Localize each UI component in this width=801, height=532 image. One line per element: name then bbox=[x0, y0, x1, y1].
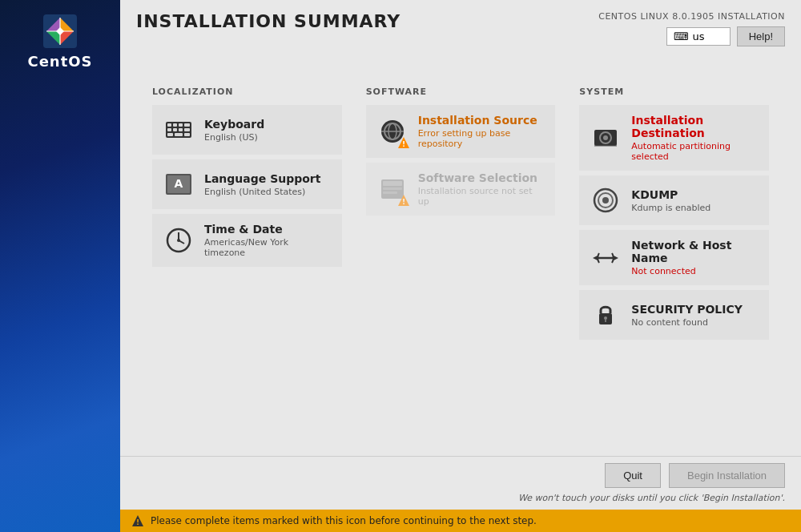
help-button[interactable]: Help! bbox=[737, 26, 785, 46]
network-text: Network & Host Name Not connected bbox=[631, 239, 759, 276]
kdump-name: KDUMP bbox=[631, 188, 759, 201]
svg-marker-47 bbox=[593, 256, 598, 260]
time-date-tile[interactable]: Time & Date Americas/New York timezone bbox=[152, 214, 342, 267]
security-policy-tile[interactable]: SECURITY POLICY No content found bbox=[579, 290, 769, 340]
svg-point-26 bbox=[177, 239, 180, 242]
warning-bar: ! Please complete items marked with this… bbox=[120, 510, 801, 532]
localization-column: LOCALIZATION bbox=[152, 71, 342, 345]
svg-point-41 bbox=[603, 135, 608, 140]
time-icon bbox=[164, 226, 193, 255]
svg-rect-13 bbox=[167, 128, 171, 131]
svg-rect-18 bbox=[175, 133, 183, 136]
svg-rect-36 bbox=[383, 191, 397, 194]
header: INSTALLATION SUMMARY CENTOS LINUX 8.0.19… bbox=[120, 0, 801, 54]
kdump-sub: Kdump is enabled bbox=[631, 203, 759, 213]
svg-rect-35 bbox=[383, 187, 402, 190]
content-area: LOCALIZATION bbox=[120, 54, 801, 456]
kdump-icon-container bbox=[590, 184, 622, 216]
kdump-text: KDUMP Kdump is enabled bbox=[631, 188, 759, 213]
lang-value: us bbox=[692, 30, 704, 42]
network-tile[interactable]: Network & Host Name Not connected bbox=[579, 230, 769, 285]
sidebar: CentOS bbox=[0, 0, 120, 532]
warning-bar-icon: ! bbox=[131, 514, 144, 527]
centos-version-label: CENTOS LINUX 8.0.1905 INSTALLATION bbox=[598, 11, 785, 22]
network-icon-container bbox=[590, 242, 622, 274]
svg-rect-10 bbox=[173, 123, 177, 127]
footer-buttons: Quit Begin Installation bbox=[136, 463, 785, 488]
keyboard-text: Keyboard English (US) bbox=[204, 118, 332, 143]
install-dest-tile[interactable]: Installation Destination Automatic parti… bbox=[579, 105, 769, 171]
security-sub: No content found bbox=[631, 317, 759, 328]
svg-text:A: A bbox=[175, 177, 183, 190]
svg-point-45 bbox=[602, 197, 609, 204]
main-content: INSTALLATION SUMMARY CENTOS LINUX 8.0.19… bbox=[120, 0, 801, 532]
system-label: SYSTEM bbox=[579, 87, 769, 97]
lang-help-row: ⌨ us Help! bbox=[666, 26, 785, 46]
language-icon: A bbox=[164, 170, 193, 199]
install-src-sub: Error setting up base repository bbox=[418, 128, 545, 149]
centos-logo-icon bbox=[43, 14, 77, 48]
svg-rect-19 bbox=[184, 133, 190, 136]
keyboard-icon: ⌨ bbox=[674, 30, 689, 42]
centos-logo-text: CentOS bbox=[27, 53, 92, 70]
categories-grid: LOCALIZATION bbox=[152, 71, 769, 345]
warning-bar-message: Please complete items marked with this i… bbox=[151, 515, 537, 526]
kdump-icon bbox=[591, 186, 620, 215]
language-selector[interactable]: ⌨ us bbox=[666, 27, 731, 46]
install-src-icon-container: ! bbox=[376, 115, 409, 147]
warning-badge-icon: ! bbox=[397, 136, 410, 149]
security-icon-container bbox=[590, 299, 622, 331]
svg-text:!: ! bbox=[402, 140, 405, 148]
security-name: SECURITY POLICY bbox=[631, 303, 759, 316]
svg-rect-12 bbox=[184, 123, 190, 127]
sw-sel-text: Software Selection Installation source n… bbox=[418, 171, 545, 207]
header-right: CENTOS LINUX 8.0.1905 INSTALLATION ⌨ us … bbox=[598, 11, 785, 46]
sw-sel-name: Software Selection bbox=[418, 171, 545, 184]
language-sub: English (United States) bbox=[204, 187, 332, 197]
svg-rect-14 bbox=[173, 128, 177, 131]
page-title: INSTALLATION SUMMARY bbox=[136, 11, 400, 31]
install-dest-icon bbox=[591, 123, 620, 152]
language-support-tile[interactable]: A Language Support English (United State… bbox=[152, 159, 342, 209]
sw-sel-warning-icon: ! bbox=[397, 194, 410, 207]
keyboard-sub: English (US) bbox=[204, 132, 332, 143]
svg-rect-15 bbox=[179, 128, 183, 131]
svg-rect-9 bbox=[167, 123, 171, 127]
footer-note: We won't touch your disks until you clic… bbox=[136, 493, 785, 503]
time-icon-container bbox=[163, 224, 195, 256]
time-name: Time & Date bbox=[204, 223, 332, 236]
svg-marker-46 bbox=[614, 256, 618, 260]
kdump-tile[interactable]: KDUMP Kdump is enabled bbox=[579, 175, 769, 225]
begin-installation-button[interactable]: Begin Installation bbox=[669, 463, 785, 488]
svg-rect-34 bbox=[383, 181, 402, 186]
svg-text:!: ! bbox=[402, 198, 405, 206]
keyboard-icon-container bbox=[163, 114, 195, 146]
security-text: SECURITY POLICY No content found bbox=[631, 303, 759, 328]
svg-rect-11 bbox=[179, 123, 183, 127]
install-dest-text: Installation Destination Automatic parti… bbox=[631, 114, 759, 162]
quit-button[interactable]: Quit bbox=[605, 463, 661, 488]
install-src-text: Installation Source Error setting up bas… bbox=[418, 114, 545, 149]
svg-rect-17 bbox=[167, 133, 173, 136]
network-name: Network & Host Name bbox=[631, 239, 759, 264]
system-column: SYSTEM Installation Destination Automa bbox=[579, 71, 769, 345]
footer: Quit Begin Installation We won't touch y… bbox=[120, 456, 801, 510]
logo-area: CentOS bbox=[27, 14, 92, 70]
security-icon bbox=[591, 300, 620, 329]
install-src-name: Installation Source bbox=[418, 114, 545, 127]
installation-source-tile[interactable]: ! Installation Source Error setting up b… bbox=[366, 105, 556, 158]
install-dest-icon-container bbox=[590, 122, 622, 154]
software-selection-tile[interactable]: ! Software Selection Installation source… bbox=[366, 163, 556, 216]
network-sub: Not connected bbox=[631, 266, 759, 276]
language-text: Language Support English (United States) bbox=[204, 172, 332, 197]
software-column: SOFTWARE ! bbox=[366, 71, 556, 345]
network-icon bbox=[591, 244, 620, 272]
language-icon-container: A bbox=[163, 168, 195, 200]
language-name: Language Support bbox=[204, 172, 332, 185]
keyboard-tile[interactable]: Keyboard English (US) bbox=[152, 105, 342, 155]
software-label: SOFTWARE bbox=[366, 87, 556, 97]
svg-rect-16 bbox=[184, 128, 190, 131]
keyboard-name: Keyboard bbox=[204, 118, 332, 131]
svg-point-49 bbox=[604, 316, 607, 320]
svg-text:!: ! bbox=[136, 518, 139, 526]
